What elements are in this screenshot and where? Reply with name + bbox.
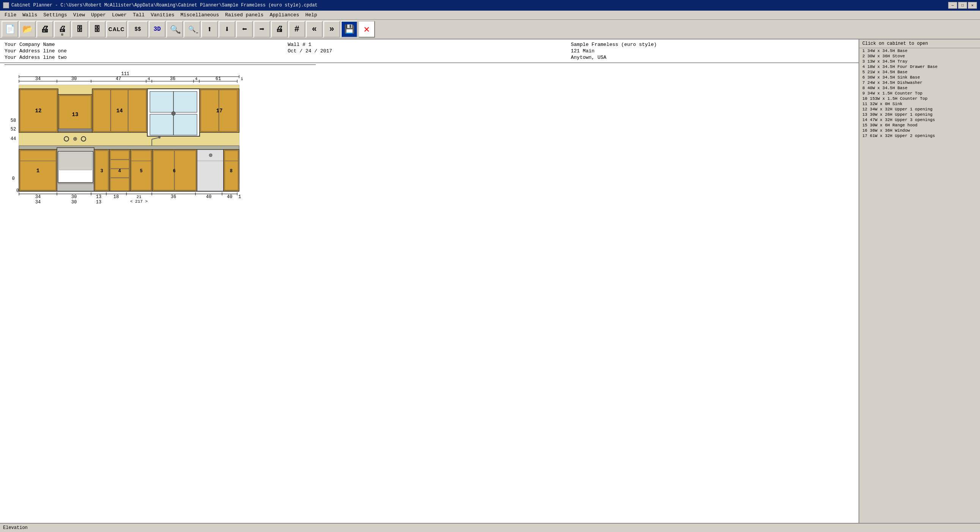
cabinet-12-label[interactable]: 12 (35, 108, 42, 114)
menu-raised-panels[interactable]: Raised panels (222, 11, 266, 19)
toolbar: 📄 📂 🖨 🖨 ▤ 🗄 🗄 CALC $$ 3D 🔍 + 🔍 − ⬆ ⬇ ⬅ ➡ (0, 20, 980, 40)
print-button[interactable]: 🖨 ▤ (54, 21, 71, 38)
menu-miscellaneous[interactable]: Miscellaneous (178, 11, 222, 19)
right-panel-item[interactable]: 7 24W x 34.5H Dishwasher (859, 80, 980, 86)
menu-lower[interactable]: Lower (109, 11, 130, 19)
svg-text:18: 18 (113, 194, 119, 200)
next-wall-button[interactable]: » (323, 21, 340, 38)
cabinet-17-label[interactable]: 17 (216, 108, 223, 114)
title-bar-left: Cabinet Planner - C:\Users\Robert McAlli… (3, 2, 318, 8)
svg-rect-63 (110, 151, 129, 159)
menu-upper[interactable]: Upper (88, 11, 109, 19)
minimize-button[interactable]: — (948, 2, 957, 9)
right-panel-item[interactable]: 15 30W x 6H Range hood (859, 122, 980, 128)
wall-label: Wall # 1 (288, 42, 571, 48)
new-button[interactable]: 📄 (2, 21, 18, 38)
print-preview-button[interactable]: 🖨 (37, 21, 53, 38)
move-down-button[interactable]: ⬇ (219, 21, 235, 38)
svg-text:47: 47 (116, 76, 121, 82)
right-panel-item[interactable]: 3 13W x 34.5H Tray (859, 59, 980, 64)
save-button[interactable]: 💾 (341, 21, 358, 38)
menu-settings[interactable]: Settings (40, 11, 70, 19)
move-right-button[interactable]: ➡ (253, 21, 270, 38)
menu-file[interactable]: File (2, 11, 19, 19)
calc-icon: CALC (108, 26, 125, 32)
drawing-area[interactable]: Your Company Name Your Address line one … (0, 40, 859, 523)
right-panel-item[interactable]: 16 36W x 36H Window (859, 128, 980, 133)
menu-help[interactable]: Help (302, 11, 320, 19)
menu-view[interactable]: View (70, 11, 88, 19)
height-58: 58 (11, 118, 16, 123)
cabinet-4-label[interactable]: 4 (118, 168, 121, 174)
zoom-in-button[interactable]: 🔍 + (166, 21, 183, 38)
right-panel-item[interactable]: 13 30W x 26H Upper 1 opening (859, 112, 980, 117)
right-panel-item[interactable]: 8 40W x 34.5H Base (859, 86, 980, 91)
menu-walls[interactable]: Walls (19, 11, 40, 19)
date: Oct / 24 / 2017 (288, 48, 571, 54)
svg-text:30: 30 (72, 200, 77, 205)
cost-button[interactable]: $$ (127, 21, 148, 38)
zoom-out-button[interactable]: 🔍 − (184, 21, 200, 38)
cabinet-style-icon: 🗄 (94, 25, 100, 33)
right-panel-header: Click on cabinet to open (859, 40, 980, 48)
move-up-button[interactable]: ⬆ (201, 21, 218, 38)
maximize-button[interactable]: □ (958, 2, 967, 9)
svg-text:34: 34 (35, 200, 41, 205)
svg-text:21: 21 (136, 195, 142, 199)
close-x-button[interactable]: ✕ (358, 21, 375, 38)
main-content: Your Company Name Your Address line one … (0, 40, 980, 523)
cabinet-1-label[interactable]: 1 (37, 168, 40, 174)
hash-button[interactable]: # (288, 21, 305, 38)
right-panel-item[interactable]: 6 36W x 34.5H Sink Base (859, 75, 980, 80)
svg-text:34: 34 (35, 76, 41, 82)
right-panel: Click on cabinet to open 1 34W x 34.5H B… (859, 40, 980, 523)
open-button[interactable]: 📂 (19, 21, 36, 38)
elevation-svg[interactable]: 111 34 30 47 4 (8, 70, 273, 206)
calc-button[interactable]: CALC (106, 21, 127, 38)
3d-button[interactable]: 3D (149, 21, 165, 38)
svg-text:< 217 >: < 217 > (130, 199, 148, 204)
svg-text:1: 1 (241, 77, 243, 81)
print-elev-button[interactable]: 🖨 (271, 21, 288, 38)
menu-appliances[interactable]: Appliances (266, 11, 302, 19)
svg-text:13: 13 (96, 200, 101, 205)
prev-wall-button[interactable]: « (306, 21, 323, 38)
cabinet-5-label[interactable]: 5 (140, 168, 142, 174)
cabinet-3-label[interactable]: 3 (100, 168, 103, 174)
cabinet-style-button[interactable]: 🗄 (89, 21, 105, 38)
header-project-col: Sample Frameless (euro style) 121 Main A… (571, 42, 854, 60)
cabinet-13-label[interactable]: 13 (72, 111, 79, 118)
right-panel-item[interactable]: 12 34W x 32H Upper 1 opening (859, 106, 980, 112)
menu-bar: File Walls Settings View Upper Lower Tal… (0, 11, 980, 20)
right-panel-item[interactable]: 17 61W x 32H Upper 2 openings (859, 133, 980, 138)
title-bar-controls[interactable]: — □ ✕ (948, 2, 977, 9)
menu-tall[interactable]: Tall (130, 11, 148, 19)
svg-text:36: 36 (170, 76, 175, 82)
address-line1: Your Address line one (5, 48, 288, 54)
right-panel-item[interactable]: 1 34W x 34.5H Base (859, 48, 980, 54)
svg-point-52 (158, 136, 161, 138)
right-panel-item[interactable]: 14 47W x 32H Upper 3 openings (859, 117, 980, 122)
header-wall-col: Wall # 1 Oct / 24 / 2017 (288, 42, 571, 60)
right-panel-item[interactable]: 5 21W x 34.5H Base (859, 70, 980, 75)
close-button[interactable]: ✕ (968, 2, 977, 9)
cabinet-14-label[interactable]: 14 (116, 108, 123, 114)
svg-text:4: 4 (148, 77, 150, 81)
address-line2: Your Address line two (5, 55, 288, 60)
svg-rect-49 (19, 146, 239, 149)
right-panel-item[interactable]: 4 18W x 34.5H Four Drawer Base (859, 64, 980, 70)
menu-vanities[interactable]: Vanities (148, 11, 177, 19)
project-address: 121 Main (571, 48, 854, 54)
right-panel-item[interactable]: 11 32W x 0H Sink (859, 101, 980, 106)
next-wall-icon: » (329, 25, 334, 34)
right-panel-item[interactable]: 9 34W x 1.5H Counter Top (859, 91, 980, 96)
right-panel-item[interactable]: 10 153W x 1.5H Counter Top (859, 96, 980, 101)
move-left-button[interactable]: ⬅ (236, 21, 253, 38)
cabinet-button[interactable]: 🗄 (72, 21, 88, 38)
height-44: 44 (11, 136, 16, 141)
cabinet-8-label[interactable]: 8 (230, 168, 232, 174)
open-icon: 📂 (22, 24, 33, 35)
drawing-header: Your Company Name Your Address line one … (0, 40, 859, 63)
cabinet-6-label[interactable]: 6 (173, 168, 175, 174)
right-panel-item[interactable]: 2 30W x 36H Stove (859, 54, 980, 59)
